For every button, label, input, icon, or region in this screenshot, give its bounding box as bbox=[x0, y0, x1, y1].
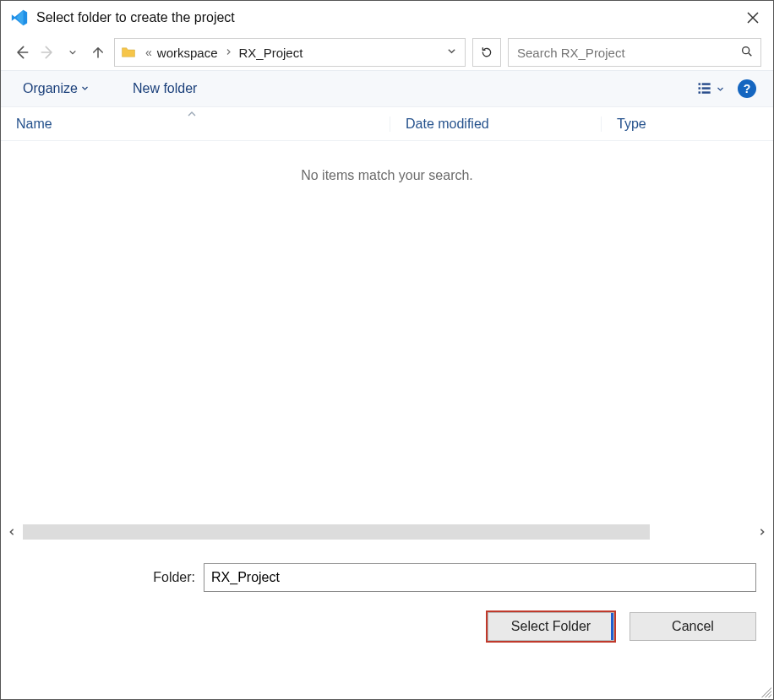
address-dropdown-button[interactable] bbox=[442, 46, 461, 58]
column-header-name[interactable]: Name bbox=[1, 117, 390, 132]
scrollbar-track[interactable] bbox=[23, 524, 751, 540]
folder-label: Folder: bbox=[18, 570, 195, 585]
empty-message: No items match your search. bbox=[1, 141, 773, 183]
title-bar: Select folder to create the project bbox=[1, 1, 773, 35]
help-button[interactable]: ? bbox=[738, 79, 756, 98]
recent-locations-button[interactable] bbox=[63, 43, 82, 62]
folder-input-row: Folder: bbox=[1, 543, 773, 600]
breadcrumb-overflow[interactable]: « bbox=[144, 46, 154, 59]
column-header-date[interactable]: Date modified bbox=[390, 117, 601, 132]
resize-grip[interactable] bbox=[760, 686, 771, 697]
address-bar[interactable]: « workspace RX_Project bbox=[114, 38, 466, 67]
cancel-label: Cancel bbox=[672, 619, 714, 634]
select-folder-button[interactable]: Select Folder bbox=[488, 612, 614, 641]
column-headers: Name Date modified Type bbox=[1, 107, 773, 141]
search-box[interactable] bbox=[508, 38, 761, 67]
svg-point-0 bbox=[743, 46, 749, 53]
chevron-right-icon bbox=[221, 46, 236, 58]
column-date-label: Date modified bbox=[406, 117, 489, 131]
file-list: No items match your search. bbox=[1, 141, 773, 521]
forward-button[interactable] bbox=[38, 43, 57, 62]
organize-button[interactable]: Organize bbox=[18, 78, 94, 100]
svg-rect-4 bbox=[702, 87, 711, 90]
column-header-type[interactable]: Type bbox=[601, 117, 773, 132]
refresh-button[interactable] bbox=[472, 38, 501, 67]
search-icon[interactable] bbox=[740, 45, 754, 61]
dialog-buttons: Select Folder Cancel bbox=[1, 600, 773, 641]
navigation-bar: « workspace RX_Project bbox=[1, 35, 773, 70]
sort-ascending-icon bbox=[187, 110, 197, 119]
svg-rect-3 bbox=[699, 87, 701, 90]
toolbar: Organize New folder ? bbox=[1, 70, 773, 107]
organize-label: Organize bbox=[23, 81, 78, 96]
column-type-label: Type bbox=[617, 117, 646, 131]
close-button[interactable] bbox=[738, 3, 768, 33]
breadcrumb-segment-workspace[interactable]: workspace bbox=[154, 46, 221, 60]
horizontal-scrollbar[interactable] bbox=[1, 521, 773, 543]
column-name-label: Name bbox=[16, 117, 52, 131]
new-folder-button[interactable]: New folder bbox=[128, 78, 202, 100]
chevron-down-icon bbox=[81, 84, 89, 94]
vscode-logo-icon bbox=[9, 8, 30, 28]
svg-rect-5 bbox=[699, 91, 701, 94]
back-button[interactable] bbox=[13, 43, 31, 62]
dialog-title: Select folder to create the project bbox=[36, 10, 235, 25]
up-button[interactable] bbox=[89, 43, 107, 62]
chevron-down-icon bbox=[717, 82, 724, 95]
select-folder-label: Select Folder bbox=[511, 619, 591, 634]
svg-rect-2 bbox=[702, 83, 711, 85]
scroll-right-button[interactable] bbox=[755, 525, 770, 539]
view-options-button[interactable] bbox=[696, 80, 724, 97]
search-input[interactable] bbox=[515, 45, 740, 61]
new-folder-label: New folder bbox=[133, 81, 197, 96]
scroll-left-button[interactable] bbox=[4, 525, 19, 539]
svg-rect-1 bbox=[699, 83, 701, 85]
folder-name-input[interactable] bbox=[204, 563, 756, 592]
breadcrumb-segment-rx-project[interactable]: RX_Project bbox=[236, 46, 307, 60]
svg-rect-6 bbox=[702, 91, 711, 94]
folder-icon bbox=[120, 44, 137, 61]
cancel-button[interactable]: Cancel bbox=[630, 612, 756, 641]
